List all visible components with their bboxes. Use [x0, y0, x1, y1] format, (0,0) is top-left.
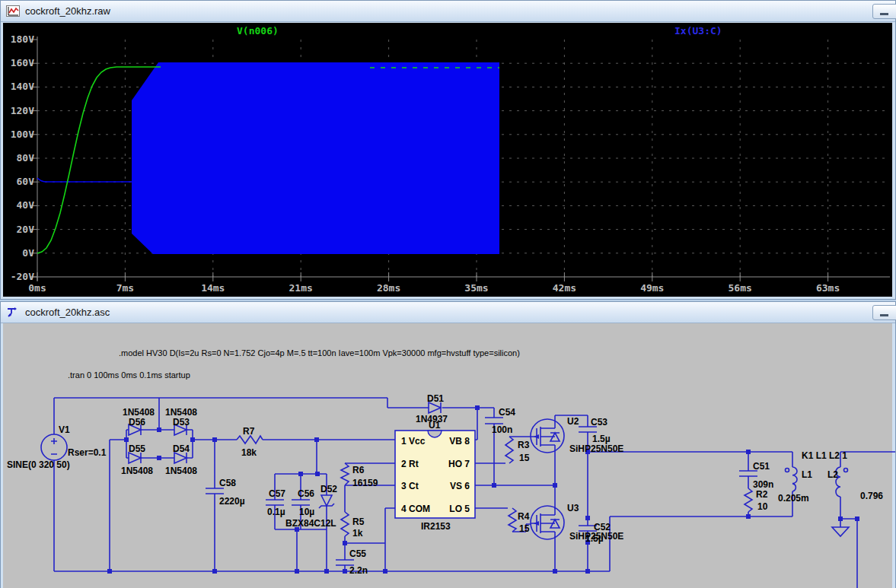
r7-value: 18k — [241, 447, 257, 458]
v1-rser: Rser=0.1 — [68, 447, 107, 458]
u1-pin7: HO 7 — [448, 459, 470, 469]
c55-value: 2.2n — [349, 565, 368, 576]
x-tick-7: 49ms — [640, 282, 664, 294]
u1-pin2: 2 Rt — [401, 459, 419, 469]
r5-name: R5 — [352, 516, 365, 527]
y-tick-0: 180V — [11, 33, 34, 45]
u1-pin3: 3 Ct — [401, 481, 419, 491]
r6-value: 16159 — [352, 478, 378, 488]
r4-name: R4 — [518, 511, 530, 522]
u1-pin6: VS 6 — [450, 481, 470, 491]
d56-name: D56 — [129, 417, 145, 427]
x-tick-2: 14ms — [201, 282, 225, 294]
d51-name: D51 — [427, 393, 444, 404]
r2-value: 10 — [757, 501, 768, 512]
u1-part: IR2153 — [421, 521, 451, 532]
waveform-file-icon — [6, 5, 20, 17]
r5-value: 1k — [352, 528, 363, 539]
y-tick-8: 20V — [17, 224, 35, 235]
spice-tran-directive[interactable]: .tran 0 100ms 0ms 0.1ms startup — [68, 370, 190, 380]
r2-name: R2 — [756, 489, 768, 500]
schematic-titlebar[interactable]: cockroft_20khz.asc — [1, 302, 895, 323]
y-tick-1: 160V — [11, 57, 34, 68]
d52-value: BZX84C12L — [285, 518, 336, 529]
legend-ix-u3c[interactable]: Ix(U3:C) — [674, 25, 722, 37]
c53-value: 1.5µ — [592, 434, 611, 444]
x-tick-1: 7ms — [116, 282, 134, 294]
c57-value: 0.1µ — [267, 507, 285, 517]
l2-value: 0.796 — [860, 491, 883, 501]
d55-value: 1N5408 — [121, 466, 153, 476]
d54-value: 1N5408 — [165, 466, 197, 476]
r3-value: 15 — [519, 453, 530, 463]
minimize-button-2[interactable] — [872, 305, 896, 320]
ic-u1-ir2153[interactable]: 1 Vcc 2 Rt 3 Ct 4 COM VB 8 HO 7 VS 6 LO … — [395, 420, 475, 532]
x-tick-3: 21ms — [289, 282, 313, 294]
c51-value: 309n — [753, 479, 773, 490]
c54-name: C54 — [499, 407, 515, 418]
r4-value: 15 — [519, 523, 530, 534]
d56-value: 1N5408 — [123, 407, 155, 418]
c56-value: 10µ — [299, 507, 314, 517]
r7-name: R7 — [243, 426, 255, 437]
schematic-window-title: cockroft_20khz.asc — [25, 307, 110, 318]
u1-pin8: VB 8 — [449, 436, 470, 447]
l1-name: L1 — [802, 469, 812, 480]
u2-part: SiHP25N50E — [569, 443, 623, 454]
y-tick-7: 40V — [17, 199, 35, 211]
y-tick-3: 120V — [11, 105, 34, 116]
x-tick-9: 63ms — [816, 282, 840, 294]
schematic-window: cockroft_20khz.asc .model HV30 D(Is=2u R… — [0, 301, 896, 588]
c56-name: C56 — [298, 488, 314, 499]
waveform-window: cockroft_20khz.raw 180V160V140V120V100V8… — [0, 0, 896, 300]
c58-value: 2220µ — [219, 496, 245, 507]
c57-name: C57 — [269, 488, 285, 499]
minimize-icon-2 — [880, 314, 888, 316]
d55-name: D55 — [129, 443, 145, 454]
blue-oscillation-block — [132, 62, 499, 254]
minimize-icon — [880, 13, 888, 15]
u2-name: U2 — [567, 416, 579, 427]
x-tick-0: 0ms — [28, 282, 46, 294]
r3-name: R3 — [518, 440, 530, 450]
d53-value: 1N5408 — [165, 407, 197, 418]
u1-pin4: 4 COM — [401, 504, 430, 514]
v1-name: V1 — [59, 424, 70, 435]
y-tick-10: -20V — [11, 271, 34, 282]
legend-v-n006[interactable]: V(n006) — [237, 25, 279, 37]
y-tick-6: 60V — [17, 176, 35, 187]
c51-name: C51 — [753, 461, 770, 472]
minimize-button[interactable] — [872, 4, 896, 19]
c52-value: 1.5µ — [585, 533, 604, 544]
d54-name: D54 — [173, 443, 190, 454]
c54-value: 100n — [492, 424, 512, 435]
r6-name: R6 — [352, 465, 365, 475]
y-tick-4: 100V — [11, 129, 34, 140]
coupling-directive[interactable]: K1 L1 L2 1 — [802, 450, 847, 461]
u1-pin1: 1 Vcc — [401, 436, 426, 447]
x-tick-8: 56ms — [729, 282, 752, 294]
y-tick-9: 0V — [22, 247, 34, 259]
u1-pin5: LO 5 — [449, 504, 470, 514]
d53-name: D53 — [173, 417, 190, 427]
u3-name: U3 — [567, 503, 579, 513]
x-tick-4: 28ms — [377, 282, 400, 294]
waveform-titlebar[interactable]: cockroft_20khz.raw — [1, 1, 895, 22]
c58-name: C58 — [219, 478, 236, 488]
v1-value: SINE(0 320 50) — [7, 459, 70, 470]
l1-value: 0.205m — [778, 493, 809, 504]
x-tick-5: 35ms — [464, 282, 488, 294]
spice-model-directive[interactable]: .model HV30 D(Is=2u Rs=0 N=1.752 Cjo=4p … — [119, 348, 520, 358]
d51-value: 1N4937 — [416, 414, 448, 424]
waveform-window-title: cockroft_20khz.raw — [25, 5, 110, 17]
x-tick-6: 42ms — [553, 282, 576, 294]
schematic-file-icon — [6, 307, 20, 319]
y-tick-5: 80V — [17, 152, 35, 164]
c53-name: C53 — [591, 417, 607, 427]
c52-name: C52 — [594, 522, 611, 532]
l2-name: L2 — [827, 469, 838, 480]
waveform-plot-canvas[interactable]: 180V160V140V120V100V80V60V40V20V0V-20V 0… — [1, 22, 895, 299]
y-tick-2: 140V — [11, 81, 34, 92]
schematic-canvas[interactable]: .model HV30 D(Is=2u Rs=0 N=1.752 Cjo=4p … — [1, 323, 895, 588]
d52-name: D52 — [320, 484, 337, 494]
